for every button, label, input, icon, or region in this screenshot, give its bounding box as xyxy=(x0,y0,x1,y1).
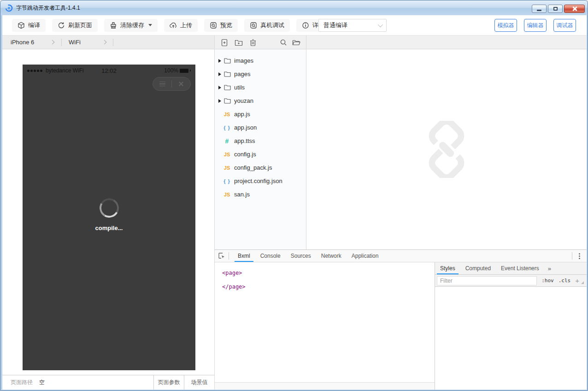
file-row-project-config-json[interactable]: { } project.config.json xyxy=(215,174,306,188)
simulator-panel: iPhone 6 WiFi bytedance WiFi 12:02 xyxy=(2,36,215,390)
new-style-rule-button[interactable]: + xyxy=(575,277,579,284)
upload-button[interactable]: 上传 xyxy=(164,19,198,32)
phone-screen: bytedance WiFi 12:02 100% xyxy=(23,65,195,370)
toggle-pseudo-state-button[interactable]: :hov xyxy=(541,278,554,284)
refresh-page-button[interactable]: 刷新页面 xyxy=(52,19,98,32)
code-line: <page> xyxy=(222,266,435,280)
file-row-app-json[interactable]: { } app.json xyxy=(215,121,306,134)
file-row-san-js[interactable]: JS san.js xyxy=(215,188,306,201)
page-path-value: 空 xyxy=(39,379,45,386)
new-folder-icon xyxy=(235,39,243,46)
battery-percent-label: 100% xyxy=(164,67,178,74)
bytedance-ide-watermark-logo xyxy=(418,121,475,178)
devtools-menu-button[interactable] xyxy=(577,251,582,261)
file-name: config.js xyxy=(234,151,256,158)
remote-debug-label: 真机调试 xyxy=(260,21,284,30)
folder-name: images xyxy=(234,57,253,64)
preview-label: 预览 xyxy=(220,21,232,30)
app-window: 字节跳动开发者工具-1.4.1 编译 刷新页面 清除缓存 xyxy=(0,0,588,391)
inspect-cursor-icon xyxy=(218,252,225,260)
mini-program-menu-button[interactable] xyxy=(153,77,171,90)
tab-application[interactable]: Application xyxy=(347,250,384,262)
expand-arrow-icon xyxy=(218,99,221,103)
styles-tab-bar: Styles Computed Event Listeners » xyxy=(435,262,587,275)
upload-cloud-icon xyxy=(170,22,177,29)
expand-arrow-icon xyxy=(218,72,221,76)
minimize-icon xyxy=(537,10,541,11)
delete-file-button[interactable] xyxy=(249,38,257,47)
qr-scan-icon xyxy=(210,22,217,29)
json-file-icon: { } xyxy=(223,178,231,184)
file-row-config-js[interactable]: JS config.js xyxy=(215,148,306,161)
folder-row-utils[interactable]: utils xyxy=(215,81,306,94)
ttss-file-icon: # xyxy=(223,137,231,145)
code-line: </page> xyxy=(222,280,435,294)
file-row-config-pack-js[interactable]: JS config_pack.js xyxy=(215,161,306,174)
divider xyxy=(229,252,229,260)
new-folder-button[interactable] xyxy=(235,38,243,47)
element-classes-button[interactable]: .cls xyxy=(559,278,571,284)
search-files-button[interactable] xyxy=(279,38,288,47)
compile-status-text: compile... xyxy=(23,225,195,231)
tab-styles[interactable]: Styles xyxy=(435,262,460,274)
tab-console[interactable]: Console xyxy=(255,250,286,262)
open-project-button[interactable] xyxy=(292,38,300,47)
js-file-icon: JS xyxy=(223,112,231,117)
file-name: app.json xyxy=(234,124,257,131)
folder-row-images[interactable]: images xyxy=(215,54,306,67)
devtools-tab-bar: Bxml Console Sources Network Application xyxy=(215,250,587,262)
folder-name: pages xyxy=(234,71,250,77)
device-select[interactable]: iPhone 6 xyxy=(2,36,61,49)
simulator-toggle-button[interactable]: 模拟器 xyxy=(494,19,517,32)
tab-bxml[interactable]: Bxml xyxy=(233,250,255,262)
phone-status-bar: bytedance WiFi 12:02 100% xyxy=(23,65,195,77)
editor-region: images pages utils y xyxy=(215,36,587,390)
inspect-element-button[interactable] xyxy=(215,250,229,262)
expand-arrow-icon xyxy=(218,86,221,89)
remote-debug-button[interactable]: 真机调试 xyxy=(244,19,290,32)
divider xyxy=(113,39,113,46)
editor-toggle-button[interactable]: 编辑器 xyxy=(524,19,547,32)
page-params-tab[interactable]: 页面参数 xyxy=(153,375,184,390)
preview-button[interactable]: 预览 xyxy=(204,19,238,32)
clear-cache-button[interactable]: 清除缓存 xyxy=(104,19,158,32)
folder-row-youzan[interactable]: youzan xyxy=(215,94,306,107)
trash-icon xyxy=(250,39,256,46)
file-row-app-js[interactable]: JS app.js xyxy=(215,107,306,121)
tab-network[interactable]: Network xyxy=(316,250,347,262)
folder-icon xyxy=(224,71,231,77)
capsule-menu xyxy=(153,77,191,91)
folder-row-pages[interactable]: pages xyxy=(215,67,306,81)
debugger-toggle-button[interactable]: 调试器 xyxy=(553,19,576,32)
close-button[interactable] xyxy=(564,5,585,13)
more-tabs-button[interactable]: » xyxy=(544,265,555,272)
tab-computed[interactable]: Computed xyxy=(460,262,496,274)
file-name: config_pack.js xyxy=(234,164,272,171)
styles-filter-bar: :hov .cls + xyxy=(435,275,587,287)
qr-scan-icon xyxy=(250,22,257,29)
mini-program-close-button[interactable] xyxy=(172,77,190,90)
compile-label: 编译 xyxy=(28,21,40,30)
maximize-icon xyxy=(553,7,558,11)
minimize-button[interactable] xyxy=(532,5,547,13)
info-icon xyxy=(302,22,309,29)
new-file-button[interactable] xyxy=(220,38,229,47)
window-title: 字节跳动开发者工具-1.4.1 xyxy=(16,4,80,12)
signal-strength-icon xyxy=(27,70,42,72)
app-logo-icon xyxy=(5,4,13,12)
network-select[interactable]: WiFi xyxy=(62,36,113,49)
loading-spinner xyxy=(97,196,121,219)
tab-sources[interactable]: Sources xyxy=(286,250,316,262)
refresh-icon xyxy=(58,22,65,29)
styles-filter-input[interactable] xyxy=(437,276,537,285)
tab-event-listeners[interactable]: Event Listeners xyxy=(496,262,544,274)
scene-value-tab[interactable]: 场景值 xyxy=(184,375,214,390)
page-status-bar: 页面路径 空 页面参数 场景值 xyxy=(2,375,214,390)
file-row-app-ttss[interactable]: # app.ttss xyxy=(215,134,306,148)
open-folder-icon xyxy=(292,39,300,46)
maximize-button[interactable] xyxy=(548,5,563,13)
battery-tip xyxy=(190,70,191,71)
styles-sidebar: Styles Computed Event Listeners » :hov .… xyxy=(435,262,587,390)
compile-button[interactable]: 编译 xyxy=(12,19,46,32)
compile-mode-select[interactable]: 普通编译 xyxy=(318,19,387,32)
